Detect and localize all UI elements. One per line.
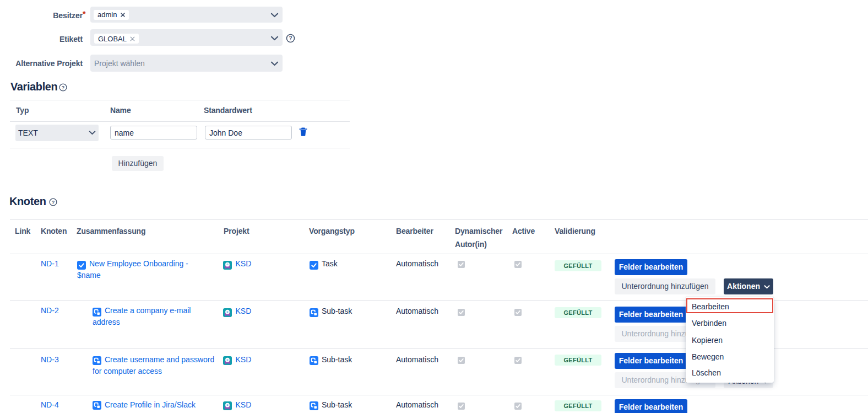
svg-text:?: ? [289, 35, 292, 41]
svg-text:?: ? [52, 200, 55, 205]
svg-text:?: ? [62, 85, 65, 90]
